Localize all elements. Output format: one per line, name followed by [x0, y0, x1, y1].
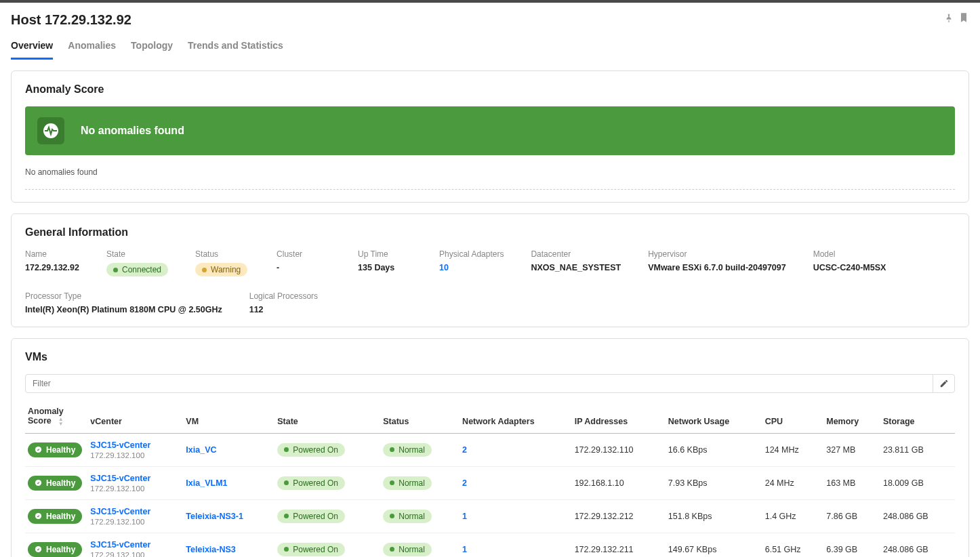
vm-link[interactable]: Ixia_VC: [186, 445, 216, 455]
pill-text: Normal: [399, 545, 425, 554]
status-dot-icon: [284, 514, 289, 518]
column-memory[interactable]: Memory: [823, 400, 880, 433]
cell-net-usage: 7.93 KBps: [666, 466, 762, 499]
pill-text: Connected: [122, 265, 161, 274]
filter-input[interactable]: [26, 375, 933, 392]
info-value: NXOS_NAE_SYSTEST: [531, 263, 621, 272]
cell-memory: 163 MB: [823, 466, 880, 499]
cell-vm: Ixia_VLM1: [183, 466, 274, 499]
pill-text: Healthy: [46, 478, 75, 488]
check-circle-icon: [35, 512, 42, 520]
cell-cpu: 24 MHz: [762, 466, 824, 499]
info-value-link[interactable]: 10: [439, 263, 504, 272]
vms-table: AnomalyScore▲▼vCenterVMStateStatusNetwor…: [25, 400, 955, 557]
info-status: StatusWarning: [195, 249, 249, 276]
pill-text: Powered On: [293, 478, 338, 488]
vm-link[interactable]: Ixia_VLM1: [186, 478, 227, 488]
info-cluster: Cluster-: [277, 249, 331, 276]
cell-ip: 172.29.132.212: [572, 499, 666, 533]
cell-memory: 327 MB: [823, 433, 880, 466]
column-cpu[interactable]: CPU: [762, 400, 824, 433]
info-label: Hypervisor: [648, 249, 786, 259]
column-status[interactable]: Status: [380, 400, 460, 433]
tab-anomalies[interactable]: Anomalies: [68, 40, 116, 60]
vcenter-link[interactable]: SJC15-vCenter: [90, 474, 178, 483]
page-title: Host 172.29.132.92: [11, 12, 131, 28]
status-pill: Connected: [106, 263, 168, 276]
table-row: HealthySJC15-vCenter172.29.132.100Teleix…: [25, 499, 955, 533]
cell-status: Normal: [380, 466, 460, 499]
info-name: Name172.29.132.92: [25, 249, 79, 276]
cell-adapters: 2: [460, 433, 572, 466]
info-physical-adapters: Physical Adapters10: [439, 249, 504, 276]
pill-text: Powered On: [293, 512, 338, 521]
info-label: Model: [813, 249, 886, 259]
vm-link[interactable]: Teleixia-NS3: [186, 545, 235, 554]
column-vm[interactable]: VM: [183, 400, 274, 433]
status-pill: Warning: [195, 263, 247, 276]
pill-text: Powered On: [293, 445, 338, 455]
cell-vm: Teleixia-NS3-1: [183, 499, 274, 533]
vm-link[interactable]: Teleixia-NS3-1: [186, 512, 243, 521]
cell-vcenter: SJC15-vCenter172.29.132.100: [87, 533, 183, 557]
info-label: State: [106, 249, 168, 259]
adapters-link[interactable]: 2: [462, 445, 467, 455]
pencil-icon: [939, 379, 949, 388]
column-storage[interactable]: Storage: [880, 400, 955, 433]
vcenter-link[interactable]: SJC15-vCenter: [90, 540, 178, 550]
pill-healthy: Healthy: [28, 442, 82, 457]
cell-ip: 172.29.132.110: [572, 433, 666, 466]
bookmark-icon[interactable]: [958, 12, 969, 25]
info-label: Name: [25, 249, 79, 259]
info-state: StateConnected: [106, 249, 168, 276]
column-anomaly-score[interactable]: AnomalyScore▲▼: [25, 400, 87, 433]
vcenter-link[interactable]: SJC15-vCenter: [90, 440, 178, 450]
cell-anomaly: Healthy: [25, 533, 87, 557]
edit-columns-button[interactable]: [933, 375, 954, 392]
column-state[interactable]: State: [274, 400, 380, 433]
cell-ip: 192.168.1.10: [572, 466, 666, 499]
column-network-usage[interactable]: Network Usage: [666, 400, 762, 433]
status-dot-icon: [113, 268, 118, 272]
adapters-link[interactable]: 1: [462, 512, 467, 521]
column-ip-addresses[interactable]: IP Addresses: [572, 400, 666, 433]
cell-memory: 6.39 GB: [823, 533, 880, 557]
adapters-link[interactable]: 2: [462, 478, 467, 488]
pill-text: Normal: [399, 445, 425, 455]
info-value: UCSC-C240-M5SX: [813, 263, 886, 272]
pill-text: Healthy: [46, 445, 75, 455]
pill-normal: Normal: [383, 443, 432, 457]
vms-title: VMs: [25, 351, 955, 363]
tab-overview[interactable]: Overview: [11, 40, 53, 60]
cell-vcenter: SJC15-vCenter172.29.132.100: [87, 433, 183, 466]
no-anomalies-banner: No anomalies found: [25, 106, 955, 155]
cell-status: Normal: [380, 533, 460, 557]
cell-ip: 172.29.132.211: [572, 533, 666, 557]
pill-normal: Normal: [383, 543, 432, 556]
cell-anomaly: Healthy: [25, 433, 87, 466]
adapters-link[interactable]: 1: [462, 545, 467, 554]
status-dot-icon: [390, 514, 394, 518]
tab-topology[interactable]: Topology: [131, 40, 173, 60]
pill-powered-on: Powered On: [277, 510, 345, 523]
pin-icon[interactable]: [943, 12, 954, 25]
tab-trends-and-statistics[interactable]: Trends and Statistics: [188, 40, 283, 60]
pill-powered-on: Powered On: [277, 543, 345, 556]
info-datacenter: DatacenterNXOS_NAE_SYSTEST: [531, 249, 621, 276]
status-dot-icon: [390, 447, 394, 452]
table-row: HealthySJC15-vCenter172.29.132.100Ixia_V…: [25, 466, 955, 499]
info-value: VMware ESXi 6.7.0 build-20497097: [648, 263, 786, 272]
pill-powered-on: Powered On: [277, 443, 345, 457]
column-network-adapters[interactable]: Network Adapters: [460, 400, 572, 433]
pill-text: Healthy: [46, 545, 75, 554]
cell-state: Powered On: [274, 533, 380, 557]
cell-status: Normal: [380, 499, 460, 533]
cell-memory: 7.86 GB: [823, 499, 880, 533]
cell-net-usage: 151.8 KBps: [666, 499, 762, 533]
cell-state: Powered On: [274, 433, 380, 466]
cell-state: Powered On: [274, 499, 380, 533]
sort-arrows-icon[interactable]: ▲▼: [58, 417, 64, 426]
column-vcenter[interactable]: vCenter: [87, 400, 183, 433]
vcenter-link[interactable]: SJC15-vCenter: [90, 507, 178, 516]
info-value: 112: [249, 305, 318, 314]
